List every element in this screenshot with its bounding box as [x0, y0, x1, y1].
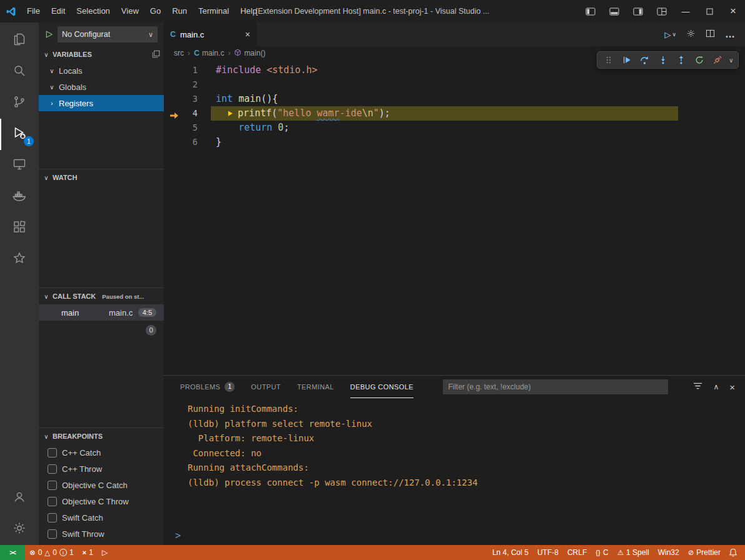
activity-item-source-control[interactable]: [0, 88, 39, 119]
activity-item-accounts[interactable]: [0, 482, 39, 514]
debug-configuration-dropdown[interactable]: No Configurat ∨: [58, 26, 158, 42]
breakpoint-checkbox[interactable]: [48, 464, 57, 474]
toggle-sidebar-icon[interactable]: [579, 0, 602, 22]
console-filter-input[interactable]: [443, 379, 668, 394]
panel-tab-debug-console[interactable]: DEBUG CONSOLE: [350, 376, 413, 398]
menu-go[interactable]: Go: [144, 0, 166, 22]
breakpoint-row-objective-c-throw[interactable]: Objective C Throw: [39, 493, 164, 509]
menu-run[interactable]: Run: [166, 0, 193, 22]
debug-badge: 1: [24, 136, 34, 146]
step-into-icon[interactable]: [654, 53, 671, 67]
close-tab-icon[interactable]: ×: [245, 29, 250, 39]
breakpoint-row-objective-c-catch[interactable]: Objective C Catch: [39, 477, 164, 493]
panel-tab-terminal[interactable]: TERMINAL: [297, 376, 334, 398]
debug-console-output[interactable]: Running initCommands:(lldb) platform sel…: [164, 398, 745, 545]
variables-item-locals[interactable]: ∨Locals: [39, 62, 164, 79]
breadcrumb-symbol[interactable]: main(): [234, 49, 265, 58]
toolbar-drag-grip[interactable]: [600, 53, 617, 67]
breakpoint-row-swift-throw[interactable]: Swift Throw: [39, 526, 164, 542]
breakpoint-checkbox[interactable]: [48, 481, 57, 490]
start-debugging-icon[interactable]: [45, 30, 53, 39]
line-gutter[interactable]: 4: [164, 106, 198, 121]
activity-item-favorites[interactable]: [0, 244, 39, 275]
close-panel-icon[interactable]: ×: [729, 382, 735, 392]
maximize-icon[interactable]: [697, 0, 721, 22]
status-utf-8[interactable]: UTF-8: [533, 545, 563, 560]
call-stack-header[interactable]: ∨ CALL STACK Paused on st...: [39, 288, 164, 304]
menu-edit[interactable]: Edit: [46, 0, 71, 22]
line-gutter[interactable]: 6: [164, 135, 198, 149]
customize-layout-icon[interactable]: [650, 0, 674, 22]
breadcrumb-file[interactable]: C main.c: [194, 49, 224, 58]
ports-status[interactable]: × 1: [78, 545, 98, 560]
breakpoint-row-c-throw[interactable]: C++ Throw: [39, 461, 164, 477]
minimize-icon[interactable]: —: [674, 0, 697, 22]
line-gutter[interactable]: 2: [164, 78, 198, 92]
activity-item-search[interactable]: [0, 56, 39, 88]
breakpoint-checkbox[interactable]: [48, 529, 57, 539]
variables-item-registers[interactable]: ›Registers: [39, 95, 164, 111]
activity-item-extensions[interactable]: [0, 212, 39, 244]
activity-item-settings[interactable]: [0, 514, 39, 545]
watch-header[interactable]: ∨ WATCH: [39, 169, 164, 186]
maximize-panel-icon[interactable]: ∧: [713, 382, 719, 391]
restart-icon[interactable]: [691, 53, 707, 67]
menu-terminal[interactable]: Terminal: [193, 0, 235, 22]
status-prettier[interactable]: ⊘Prettier: [684, 545, 725, 560]
collapse-all-icon[interactable]: [152, 50, 160, 59]
remote-indicator[interactable]: ><: [0, 545, 25, 560]
status-win32[interactable]: Win32: [654, 545, 684, 560]
breakpoint-checkbox[interactable]: [48, 513, 57, 522]
problems-status[interactable]: ⊗ 0 △ 0 i 1: [25, 545, 78, 560]
activity-item-run-and-debug[interactable]: 1: [0, 119, 39, 150]
console-input-chevron[interactable]: >: [175, 530, 181, 541]
breakpoint-row-swift-catch[interactable]: Swift Catch: [39, 509, 164, 526]
code-line-4[interactable]: 4 printf("hello wamr-ide\n");: [164, 106, 745, 121]
breadcrumb-src[interactable]: src: [174, 49, 184, 58]
breakpoints-header[interactable]: ∨ BREAKPOINTS: [39, 428, 164, 444]
code-line-2[interactable]: 2: [164, 78, 745, 92]
breakpoint-checkbox[interactable]: [48, 497, 57, 506]
step-over-icon[interactable]: [636, 53, 653, 67]
code-editor[interactable]: 1#include <stdio.h>23int main(){4 printf…: [164, 60, 745, 375]
panel-tab-output[interactable]: OUTPUT: [251, 376, 281, 398]
code-line-6[interactable]: 6}: [164, 135, 745, 149]
window-title: [Extension Development Host] main.c - te…: [256, 7, 490, 16]
session-picker-chevron-icon[interactable]: ∨: [727, 57, 736, 64]
line-gutter[interactable]: 1: [164, 63, 198, 78]
menu-selection[interactable]: Selection: [71, 0, 115, 22]
breakpoint-checkbox[interactable]: [48, 448, 57, 458]
more-actions-icon[interactable]: …: [725, 29, 735, 40]
status-1-spell[interactable]: ⚠1 Spell: [613, 545, 654, 560]
activity-item-remote-explorer[interactable]: [0, 150, 39, 181]
filter-lines-icon[interactable]: [693, 381, 702, 392]
close-window-icon[interactable]: ×: [721, 0, 745, 22]
settings-gear-icon[interactable]: [686, 29, 696, 41]
activity-item-explorer[interactable]: [0, 25, 39, 56]
activity-item-docker[interactable]: [0, 181, 39, 212]
continue-icon[interactable]: [618, 53, 635, 67]
status-crlf[interactable]: CRLF: [563, 545, 591, 560]
run-file-button[interactable]: ▷ ∨: [664, 30, 676, 39]
status-ln-4-col-5[interactable]: Ln 4, Col 5: [488, 545, 533, 560]
code-line-5[interactable]: 5 return 0;: [164, 121, 745, 135]
disconnect-icon[interactable]: [709, 53, 726, 67]
toggle-panel-icon[interactable]: [602, 0, 626, 22]
notifications-bell-icon[interactable]: [725, 545, 745, 560]
line-gutter[interactable]: 3: [164, 92, 198, 106]
status-c[interactable]: {}C: [591, 545, 612, 560]
menu-view[interactable]: View: [116, 0, 144, 22]
stack-frame-row[interactable]: mainmain.c4:5: [39, 304, 164, 321]
variables-header[interactable]: ∨ VARIABLES: [39, 46, 164, 62]
line-gutter[interactable]: 5: [164, 121, 198, 135]
step-out-icon[interactable]: [672, 53, 689, 67]
panel-tab-problems[interactable]: PROBLEMS1: [180, 376, 235, 398]
breakpoint-row-c-catch[interactable]: C++ Catch: [39, 444, 164, 461]
debug-status[interactable]: ▷: [98, 545, 112, 560]
code-line-3[interactable]: 3int main(){: [164, 92, 745, 106]
menu-file[interactable]: File: [21, 0, 46, 22]
toggle-secondary-sidebar-icon[interactable]: [626, 0, 650, 22]
tab-main-c[interactable]: C main.c ×: [164, 22, 256, 46]
variables-item-globals[interactable]: ∨Globals: [39, 79, 164, 95]
split-editor-icon[interactable]: [706, 29, 715, 41]
